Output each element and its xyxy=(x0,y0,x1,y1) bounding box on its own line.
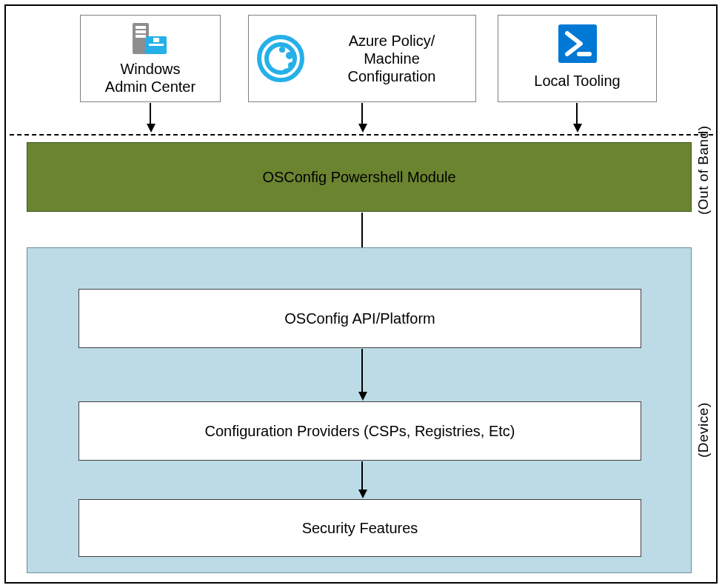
svg-rect-1 xyxy=(136,26,146,29)
box-azure-policy: Azure Policy/ Machine Configuration xyxy=(248,15,476,102)
box-local-tooling: Local Tooling xyxy=(498,15,657,102)
api-label: OSConfig API/Platform xyxy=(284,310,435,327)
svg-point-9 xyxy=(286,52,293,59)
providers-label: Configuration Providers (CSPs, Registrie… xyxy=(204,422,515,440)
arrow-head-providers-to-security xyxy=(358,490,367,498)
powershell-icon xyxy=(557,23,598,64)
ps-module-label: OSConfig Powershell Module xyxy=(262,168,455,186)
wac-label-1: Windows xyxy=(105,60,195,78)
svg-rect-3 xyxy=(136,35,146,38)
arrow-head-api-to-providers xyxy=(358,392,367,401)
svg-point-8 xyxy=(279,47,285,53)
box-osconfig-powershell-module: OSConfig Powershell Module xyxy=(27,142,692,212)
local-label: Local Tooling xyxy=(534,72,620,90)
label-out-of-band: (Out of Band) xyxy=(695,141,712,215)
svg-point-10 xyxy=(288,62,294,68)
svg-point-11 xyxy=(284,69,289,74)
label-device: (Device) xyxy=(695,369,712,458)
arrow-local-down xyxy=(576,103,578,125)
server-icon xyxy=(128,21,173,57)
svg-rect-2 xyxy=(136,30,146,33)
arrow-head-local xyxy=(573,124,582,133)
azure-label-3: Configuration xyxy=(315,67,468,85)
azure-label-2: Machine xyxy=(315,50,468,67)
azure-policy-icon xyxy=(256,34,305,83)
security-label: Security Features xyxy=(302,519,418,537)
arrow-azure-down xyxy=(361,103,363,125)
wac-label-2: Admin Center xyxy=(105,78,195,96)
diagram-frame: Windows Admin Center Azure Policy/ Machi… xyxy=(4,4,718,584)
dashed-divider xyxy=(10,134,713,136)
arrow-providers-to-security xyxy=(361,461,363,491)
box-osconfig-api: OSConfig API/Platform xyxy=(78,289,641,348)
arrow-head-wac xyxy=(147,124,156,133)
svg-rect-7 xyxy=(153,38,159,42)
svg-rect-6 xyxy=(149,44,164,46)
arrow-api-to-providers xyxy=(361,349,363,393)
box-configuration-providers: Configuration Providers (CSPs, Registrie… xyxy=(78,401,641,461)
azure-label-1: Azure Policy/ xyxy=(315,32,468,50)
arrow-wac-down xyxy=(150,103,151,125)
arrow-head-azure xyxy=(358,124,367,133)
box-security-features: Security Features xyxy=(78,499,641,557)
box-windows-admin-center: Windows Admin Center xyxy=(80,15,221,102)
